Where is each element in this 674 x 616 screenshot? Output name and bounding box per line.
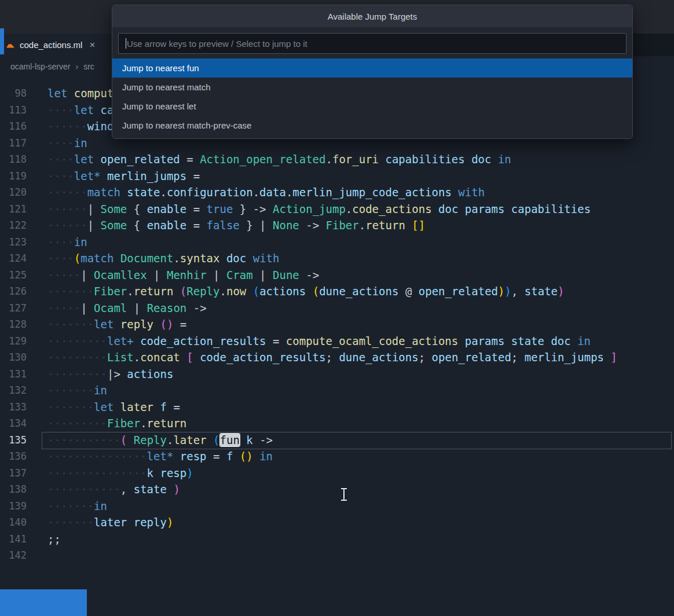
code-token: ;; bbox=[47, 533, 61, 545]
line-number[interactable]: 137 bbox=[0, 465, 27, 482]
code-line[interactable]: 129·········let+ code_action_results = c… bbox=[0, 333, 674, 350]
code-line[interactable]: 140·······later reply) bbox=[0, 514, 674, 531]
code-line[interactable]: 123····in bbox=[0, 234, 674, 251]
quick-pick-item[interactable]: Jump to nearest fun bbox=[112, 58, 632, 78]
code-token: for_uri bbox=[332, 153, 379, 166]
code-token: . bbox=[359, 219, 365, 232]
tab-close-icon[interactable]: × bbox=[89, 39, 95, 51]
code-text: ·········|> actions bbox=[47, 366, 173, 383]
line-number[interactable]: 127 bbox=[0, 300, 27, 317]
line-number[interactable]: 116 bbox=[0, 118, 27, 135]
code-token: code_actions bbox=[352, 203, 431, 215]
whitespace-dots: ··········· bbox=[47, 434, 120, 446]
code-token: Menhir bbox=[167, 269, 207, 281]
code-text: ·······in bbox=[47, 498, 107, 515]
code-token: ) bbox=[505, 285, 511, 298]
quick-pick-item[interactable]: Jump to nearest match-prev-case bbox=[112, 116, 632, 135]
code-token bbox=[306, 285, 312, 298]
code-token: state bbox=[134, 483, 167, 496]
line-number[interactable]: 132 bbox=[0, 382, 27, 399]
line-number[interactable]: 126 bbox=[0, 283, 27, 300]
quick-pick-item[interactable]: Jump to nearest let bbox=[112, 97, 632, 116]
whitespace-dots: ······· bbox=[47, 401, 94, 413]
code-token bbox=[167, 483, 173, 496]
line-number[interactable]: 124 bbox=[0, 250, 27, 267]
code-token: -> bbox=[186, 302, 206, 314]
code-line[interactable]: 138···········, state ) bbox=[0, 481, 674, 498]
code-line[interactable]: 133·······let later f = bbox=[0, 399, 674, 416]
code-line[interactable]: 134·········Fiber.return bbox=[0, 415, 674, 432]
code-line[interactable]: 137···············k resp) bbox=[0, 465, 674, 482]
line-number[interactable]: 119 bbox=[0, 168, 27, 185]
code-line[interactable]: 126·······Fiber.return (Reply.now (actio… bbox=[0, 283, 674, 300]
code-token: in bbox=[259, 450, 273, 463]
whitespace-dots: ······ bbox=[47, 203, 87, 215]
line-number[interactable]: 129 bbox=[0, 333, 27, 350]
breadcrumb-item-src[interactable]: src bbox=[83, 62, 94, 71]
code-line[interactable]: 118····let open_related = Action_open_re… bbox=[0, 151, 674, 168]
line-number[interactable]: 118 bbox=[0, 151, 27, 168]
code-line[interactable]: 125·····| Ocamllex | Menhir | Cram | Dun… bbox=[0, 267, 674, 284]
code-token: match bbox=[80, 252, 113, 265]
line-number[interactable]: 121 bbox=[0, 201, 27, 218]
code-line[interactable]: 127·····| Ocaml | Reason -> bbox=[0, 300, 674, 317]
code-line[interactable]: 122······| Some { enable = false } | Non… bbox=[0, 217, 674, 234]
code-line[interactable]: 136···············let* resp = f () in bbox=[0, 448, 674, 465]
code-line[interactable]: 132·······in bbox=[0, 382, 674, 399]
quick-pick-input[interactable] bbox=[118, 33, 627, 54]
code-token: = bbox=[173, 318, 186, 331]
line-number[interactable]: 141 bbox=[0, 531, 27, 548]
code-token: ( bbox=[74, 252, 80, 265]
code-line[interactable]: 131·········|> actions bbox=[0, 366, 674, 383]
code-token: = bbox=[173, 401, 180, 413]
code-line[interactable]: 124····(match Document.syntax doc with bbox=[0, 250, 674, 267]
line-number[interactable]: 140 bbox=[0, 514, 27, 531]
line-number[interactable]: 136 bbox=[0, 448, 27, 465]
line-number[interactable]: 133 bbox=[0, 399, 27, 416]
code-token: actions bbox=[127, 368, 173, 380]
code-token: Dune bbox=[273, 269, 299, 281]
whitespace-dots: ··············· bbox=[47, 467, 147, 479]
whitespace-dots: ······· bbox=[47, 318, 94, 331]
line-number[interactable]: 125 bbox=[0, 267, 27, 284]
line-number[interactable]: 130 bbox=[0, 349, 27, 366]
tab-code-actions[interactable]: code_actions.ml × bbox=[0, 34, 119, 56]
line-number[interactable]: 117 bbox=[0, 135, 27, 152]
code-line[interactable]: 142 bbox=[0, 547, 674, 564]
line-number[interactable]: 123 bbox=[0, 234, 27, 251]
line-number[interactable]: 120 bbox=[0, 184, 27, 201]
code-line[interactable]: 130·········List.concat [ code_action_re… bbox=[0, 349, 674, 366]
line-number[interactable]: 122 bbox=[0, 217, 27, 234]
line-number[interactable]: 142 bbox=[0, 547, 27, 564]
code-text: ····in bbox=[47, 234, 87, 251]
code-line[interactable]: 121······| Some { enable = true } -> Act… bbox=[0, 201, 674, 218]
code-line[interactable]: 139·······in bbox=[0, 498, 674, 515]
line-number[interactable]: 135 bbox=[0, 432, 27, 449]
line-number[interactable]: 139 bbox=[0, 498, 27, 515]
code-token: | bbox=[127, 302, 146, 314]
line-number[interactable]: 131 bbox=[0, 366, 27, 383]
code-token: } -> bbox=[233, 203, 273, 215]
code-line[interactable]: 141;; bbox=[0, 531, 674, 548]
line-number[interactable]: 128 bbox=[0, 316, 27, 333]
code-token: ) bbox=[167, 516, 173, 529]
code-line[interactable]: 120······match state.configuration.data.… bbox=[0, 184, 674, 201]
code-token: [] bbox=[412, 219, 425, 232]
code-text: ····let open_related = Action_open_relat… bbox=[47, 151, 511, 168]
code-token: Some bbox=[101, 219, 127, 232]
breadcrumb-item-project[interactable]: ocaml-lsp-server bbox=[10, 62, 70, 71]
whitespace-dots: ···· bbox=[47, 137, 74, 149]
line-number[interactable]: 134 bbox=[0, 415, 27, 432]
code-text: ······| Some { enable = true } -> Action… bbox=[47, 201, 591, 218]
quick-pick-item[interactable]: Jump to nearest match bbox=[112, 78, 632, 97]
line-number[interactable]: 113 bbox=[0, 102, 27, 119]
code-token: code_action_results bbox=[134, 335, 273, 347]
code-line[interactable]: 119····let* merlin_jumps = bbox=[0, 168, 674, 185]
code-line[interactable]: 128·······let reply () = bbox=[0, 316, 674, 333]
line-number[interactable]: 98 bbox=[0, 85, 27, 102]
code-token: later reply bbox=[94, 516, 167, 529]
line-number[interactable]: 138 bbox=[0, 481, 27, 498]
code-token: with bbox=[253, 252, 280, 265]
code-token: capabilities doc bbox=[379, 153, 498, 166]
code-line[interactable]: 135···········( Reply.later (fun k -> bbox=[0, 432, 674, 449]
